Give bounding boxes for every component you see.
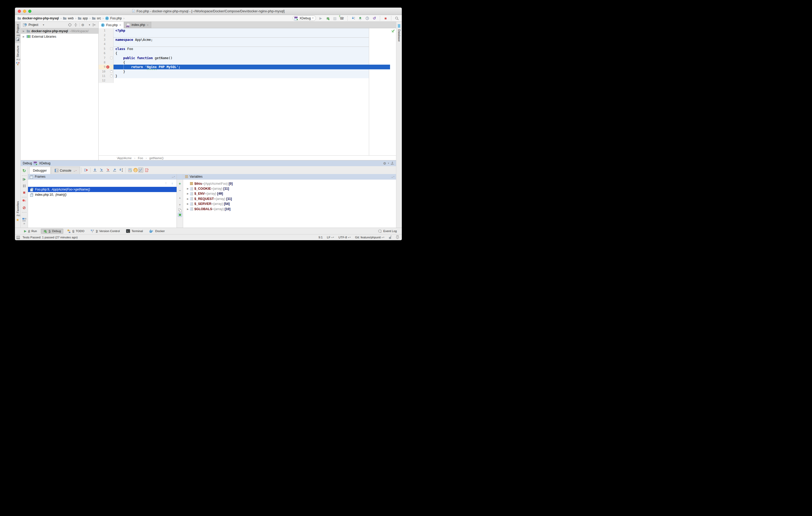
gutter[interactable]: 9✓ <box>98 65 114 69</box>
code-editor[interactable]: 1<?php23namespace App\Acme;45−class Foo6… <box>98 28 396 155</box>
previous-frame-icon[interactable]: ↑ <box>165 181 167 185</box>
hide-panel-icon[interactable] <box>92 23 96 26</box>
tool-window-switcher-icon[interactable] <box>17 236 20 239</box>
editor-breadcrumb-item[interactable]: getName() <box>149 156 164 160</box>
toolwindow-button--debug[interactable]: 5: Debug <box>41 229 63 234</box>
gutter[interactable]: 10⌃ <box>98 69 114 74</box>
breadcrumb-item[interactable]: app <box>78 17 88 20</box>
debug-button[interactable] <box>325 16 330 21</box>
code-line[interactable]: 8 { <box>98 60 396 65</box>
close-icon[interactable]: × <box>119 23 121 27</box>
tree-item[interactable]: ▶docker-nginx-php-mysql ~/Workspace/ <box>21 28 98 34</box>
zoom-button[interactable] <box>28 10 31 13</box>
sidebar-item--project[interactable]: 1: Project <box>15 22 21 43</box>
recent-changes-button[interactable] <box>365 16 370 21</box>
gutter[interactable]: 1 <box>98 28 114 33</box>
toolwindow-button--todo[interactable]: 6: TODO <box>65 229 87 234</box>
code-line[interactable]: 11⌃} <box>98 74 396 78</box>
lock-icon[interactable] <box>389 235 392 239</box>
tab-console[interactable]: Console→▪ <box>51 167 80 174</box>
fold-marker-icon[interactable]: − <box>110 47 113 50</box>
toolwindow-button--version-control[interactable]: 9: Version Control <box>88 229 122 234</box>
show-values-inline-icon[interactable]: 12 <box>138 168 143 173</box>
stop-button[interactable]: ■ <box>383 16 388 21</box>
fold-marker-icon[interactable]: ⌃ <box>110 70 113 73</box>
view-breakpoints-icon[interactable] <box>23 199 26 203</box>
mute-breakpoints-icon[interactable]: ⊘ <box>23 205 26 210</box>
gutter[interactable]: 11⌃ <box>98 74 114 78</box>
variable-row[interactable]: ▶123$_SERVER = {array} [54] <box>183 201 396 206</box>
add-watch-icon[interactable]: + <box>179 180 181 187</box>
chevron-right-icon[interactable]: ▶ <box>23 30 25 32</box>
move-panel-icon[interactable]: →▪ <box>171 175 175 178</box>
breadcrumb-item[interactable]: CFoo.php <box>105 17 122 20</box>
tree-item[interactable]: ▶External Libraries <box>21 34 98 39</box>
gear-icon[interactable]: ⚙ <box>81 23 84 27</box>
move-watch-up-icon[interactable]: ▲ <box>179 194 181 201</box>
pin-restore-icon[interactable] <box>144 168 150 173</box>
chevron-right-icon[interactable]: ▶ <box>186 188 190 190</box>
gear-icon[interactable]: ⚙ <box>383 162 386 165</box>
coverage-button[interactable]: ▨ <box>332 16 337 21</box>
variable-row[interactable]: ▶123$_COOKIE = {array} [11] <box>183 186 396 191</box>
tab-foo-php[interactable]: CFoo.php× <box>98 22 124 28</box>
move-watch-down-icon[interactable]: ▼ <box>179 201 181 208</box>
fold-marker-icon[interactable]: ⌃ <box>110 75 113 77</box>
resume-program-icon[interactable] <box>23 178 26 181</box>
toolwindow-button-docker[interactable]: Docker <box>147 229 167 234</box>
force-step-into-icon[interactable] <box>105 168 111 173</box>
editor-breadcrumb-item[interactable]: \App\Acme <box>117 156 132 160</box>
fold-marker-icon[interactable]: − <box>110 57 113 59</box>
step-into-icon[interactable] <box>98 168 105 173</box>
rerun-icon[interactable]: ↻ <box>23 168 26 173</box>
show-execution-point-icon[interactable] <box>83 168 89 173</box>
rollback-button[interactable]: ↺ <box>372 16 377 21</box>
chevron-right-icon[interactable]: ▶ <box>186 198 190 200</box>
move-panel-icon[interactable]: →▪ <box>391 175 394 178</box>
gutter[interactable]: 2 <box>98 33 114 37</box>
copy-watch-icon[interactable] <box>178 208 181 212</box>
gutter[interactable]: 3 <box>98 37 114 42</box>
code-line[interactable]: 4 <box>98 42 396 46</box>
stop-icon[interactable]: ■ <box>23 190 26 195</box>
gutter[interactable]: 7− <box>98 55 114 60</box>
caret-position[interactable]: 9:1 <box>319 236 323 239</box>
watch-return-values-icon[interactable]: @ <box>134 168 138 172</box>
chevron-right-icon[interactable]: ▶ <box>186 208 190 210</box>
toolwindow-button-event-log[interactable]: Event Log <box>376 229 399 234</box>
code-line[interactable]: 10⌃ } <box>98 69 396 74</box>
breakpoint-icon[interactable]: ✓ <box>106 65 109 68</box>
tab-debugger[interactable]: Debugger <box>29 167 51 174</box>
evaluate-expression-icon[interactable] <box>127 168 133 173</box>
run-button[interactable]: ▶ <box>318 16 323 21</box>
variable-row[interactable]: $this = {App\Acme\Foo} [0] <box>183 181 396 186</box>
inspection-indicator[interactable] <box>390 28 396 155</box>
frame-row[interactable]: index.php:10, {main}() <box>28 192 177 197</box>
chevron-down-icon[interactable]: ▼ <box>42 24 45 26</box>
sidebar-item--structure[interactable]: 7: Structure <box>15 43 21 67</box>
gutter[interactable]: 12 <box>98 78 114 83</box>
toolwindow-button-terminal[interactable]: >_Terminal <box>124 229 145 234</box>
minimize-button[interactable] <box>23 10 26 13</box>
more-actions-icon[interactable]: » <box>23 222 25 225</box>
restore-layout-icon[interactable] <box>22 218 26 221</box>
run-to-cursor-icon[interactable] <box>118 168 124 173</box>
code-line[interactable]: 6{ <box>98 51 396 55</box>
variable-row[interactable]: ▶123$GLOBALS = {array} [10] <box>183 206 396 211</box>
hide-panel-icon[interactable] <box>391 162 394 165</box>
commit-changes-button[interactable] <box>358 16 362 21</box>
breadcrumb-item[interactable]: docker-nginx-php-mysql <box>18 17 59 20</box>
code-line[interactable]: 9✓ return 'Nginx PHP MySQL'; <box>98 65 396 69</box>
chevron-right-icon[interactable]: ▶ <box>23 35 25 38</box>
code-line[interactable]: 7− public function getName() <box>98 55 396 60</box>
code-line[interactable]: 1<?php <box>98 28 396 33</box>
close-button[interactable] <box>18 10 21 13</box>
code-line[interactable]: 12 <box>98 78 396 83</box>
editor-breadcrumb-item[interactable]: Foo <box>138 156 143 160</box>
toolwindow-button--run[interactable]: ▶4: Run <box>22 229 39 234</box>
update-project-button[interactable] <box>351 16 355 21</box>
highlighting-level-icon[interactable] <box>396 235 399 239</box>
pause-program-icon[interactable] <box>23 184 26 188</box>
search-everywhere-button[interactable] <box>395 16 399 21</box>
run-configuration-select[interactable]: php XDebug ▼ <box>293 16 316 21</box>
